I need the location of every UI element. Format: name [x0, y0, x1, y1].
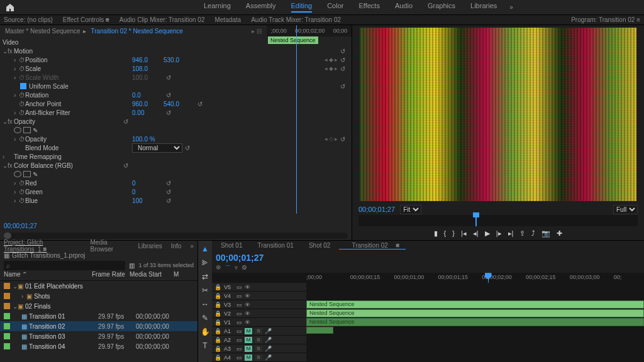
ws-color[interactable]: Color	[327, 2, 343, 13]
pen-tool-icon[interactable]: ✎	[202, 314, 208, 322]
reset-icon[interactable]: ↺	[166, 92, 175, 99]
pen-mask-icon[interactable]: ✎	[33, 171, 38, 178]
track-select-tool-icon[interactable]: ⫸	[201, 258, 209, 267]
bin-icon[interactable]: ▥	[129, 262, 135, 269]
position-y[interactable]: 530.0	[164, 57, 195, 63]
reset-icon[interactable]: ↺	[340, 136, 349, 143]
effect-color-balance[interactable]: Color Balance (RGB)	[14, 162, 121, 169]
fx-badge-icon[interactable]: fx	[8, 118, 14, 125]
video-track-header[interactable]: 🔒V5▭👁	[212, 283, 306, 292]
next-kf-icon[interactable]: ▸	[335, 57, 338, 63]
snap-icon[interactable]: ❊	[216, 264, 221, 273]
export-frame-icon[interactable]: 📷	[541, 229, 550, 238]
tab-source[interactable]: Source: (no clips)	[4, 16, 53, 23]
hand-tool-icon[interactable]: ✋	[201, 327, 210, 336]
project-row[interactable]: ⌄▣01 Edit Placeholders	[0, 281, 197, 291]
audio-track-header[interactable]: 🔒A4▭MS🎤	[212, 353, 306, 362]
settings-icon[interactable]: ✚	[557, 229, 562, 238]
reset-icon[interactable]: ↺	[197, 101, 206, 107]
program-timecode[interactable]: 00;00;01;27	[358, 206, 395, 213]
project-row[interactable]: ⌄▣02 Finals	[0, 301, 197, 311]
ec-play-icon[interactable]: ▸	[252, 28, 255, 35]
effect-motion[interactable]: Motion	[14, 48, 113, 55]
fit-select[interactable]: Fit	[400, 205, 421, 214]
clip-a1[interactable]	[306, 327, 333, 334]
fx-badge-icon[interactable]: fx	[8, 162, 14, 169]
clip-v2[interactable]: Nested Sequence	[306, 309, 644, 317]
timeline-ruler[interactable]: ;00;00 00;00;00;15 00;00;01;00 00;00;01;…	[306, 273, 644, 283]
reset-icon[interactable]: ↺	[166, 109, 175, 116]
ws-libraries[interactable]: Libraries	[470, 2, 497, 13]
project-row[interactable]: ▦Transition 0129.97 fps00;00;00;00	[0, 311, 197, 321]
chevron-right-icon[interactable]: ›	[14, 65, 19, 72]
stopwatch-icon[interactable]: ⏱	[19, 57, 25, 63]
tl-tab-transition02[interactable]: Transition 02 ≡	[339, 242, 406, 250]
reset-icon[interactable]: ↺	[123, 118, 132, 125]
tl-tab-transition01[interactable]: Transition 01	[251, 242, 299, 249]
pen-mask-icon[interactable]: ✎	[33, 127, 38, 134]
chevron-right-icon[interactable]: ›	[14, 57, 19, 63]
rect-mask-icon[interactable]	[23, 171, 31, 177]
fx-badge-icon[interactable]: fx	[8, 48, 14, 55]
ws-audio[interactable]: Audio	[395, 2, 413, 13]
ws-editing[interactable]: Editing	[291, 2, 313, 13]
ec-master-crumb[interactable]: Master * Nested Sequence	[5, 28, 80, 35]
go-out-icon[interactable]: ▸|	[508, 229, 514, 238]
reset-icon[interactable]: ↺	[340, 65, 349, 72]
playhead-icon[interactable]	[475, 215, 477, 226]
clip-v1[interactable]: Nested Sequence	[306, 318, 644, 326]
ws-learning[interactable]: Learning	[204, 2, 231, 13]
stopwatch-icon[interactable]: ⏱	[19, 101, 25, 107]
video-track-header[interactable]: 🔒V3▭👁	[212, 300, 306, 309]
rect-mask-icon[interactable]	[23, 127, 31, 133]
slip-tool-icon[interactable]: ↔	[201, 300, 209, 309]
col-framerate[interactable]: Frame Rate	[92, 271, 130, 280]
anchor-y[interactable]: 540.0	[164, 101, 195, 107]
position-x[interactable]: 946.0	[132, 57, 164, 63]
opacity-value[interactable]: 100.0 %	[132, 136, 164, 143]
scale-value[interactable]: 108.0	[132, 65, 164, 72]
timeline-timecode[interactable]: 00;00;01;27	[216, 253, 264, 263]
out-point-icon[interactable]: }	[452, 229, 455, 237]
effect-opacity[interactable]: Opacity	[14, 118, 121, 125]
play-icon[interactable]: ▶	[485, 229, 490, 238]
project-row[interactable]: ▦Transition 0329.97 fps00;00;00;00	[0, 331, 197, 341]
blue-value[interactable]: 100	[132, 197, 164, 204]
stopwatch-icon[interactable]: ⏱	[19, 65, 25, 72]
ec-timecode[interactable]: 00;00;01;27	[0, 222, 352, 231]
tl-tab-shot02[interactable]: Shot 02	[303, 242, 336, 249]
effect-time-remap[interactable]: Time Remapping	[14, 153, 121, 160]
audio-track-header[interactable]: 🔒A1▭MS🎤	[212, 327, 306, 336]
stopwatch-icon[interactable]: ⏱	[19, 109, 25, 116]
reset-icon[interactable]: ↺	[340, 57, 349, 63]
green-value[interactable]: 0	[132, 189, 164, 195]
clip-v3[interactable]: Nested Sequence	[306, 300, 644, 309]
tab-info[interactable]: Info	[171, 243, 182, 250]
reset-icon[interactable]: ↺	[185, 145, 194, 151]
razor-tool-icon[interactable]: ✂	[202, 286, 208, 295]
ws-effects[interactable]: Effects	[358, 2, 379, 13]
ws-assembly[interactable]: Assembly	[246, 2, 276, 13]
rotation-value[interactable]: 0.0	[132, 92, 164, 99]
panel-overflow-icon[interactable]: »	[190, 243, 194, 250]
project-row[interactable]: ›▣Shots	[0, 291, 197, 301]
anchor-x[interactable]: 960.0	[132, 101, 164, 107]
ec-mini-timeline[interactable]: ;00;0000;00;02;0000;00 Nested Sequence	[267, 25, 352, 36]
reset-icon[interactable]: ↺	[166, 197, 175, 204]
tl-tab-shot01[interactable]: Shot 01	[214, 242, 248, 249]
ellipse-mask-icon[interactable]	[14, 171, 21, 177]
ws-graphics[interactable]: Graphics	[428, 2, 455, 13]
home-icon[interactable]	[5, 3, 15, 13]
project-row[interactable]: ▦Transition 0229.97 fps00;00;00;00	[0, 321, 197, 331]
video-track-header[interactable]: 🔒V4▭👁	[212, 292, 306, 300]
stopwatch-icon[interactable]: ⏱	[19, 197, 25, 204]
audio-track-header[interactable]: 🔒A3▭MS🎤	[212, 344, 306, 353]
tab-audio-track-mixer[interactable]: Audio Track Mixer: Transition 02	[251, 16, 341, 23]
ripple-tool-icon[interactable]: ⇄	[202, 272, 208, 281]
selection-tool-icon[interactable]: ▲	[201, 244, 209, 253]
chevron-down-icon[interactable]: ⌄	[3, 48, 8, 55]
uniform-scale-checkbox[interactable]	[20, 83, 26, 89]
stopwatch-icon[interactable]: ⏱	[19, 189, 25, 195]
resolution-select[interactable]: Full	[613, 205, 638, 214]
reset-icon[interactable]: ↺	[123, 162, 132, 169]
